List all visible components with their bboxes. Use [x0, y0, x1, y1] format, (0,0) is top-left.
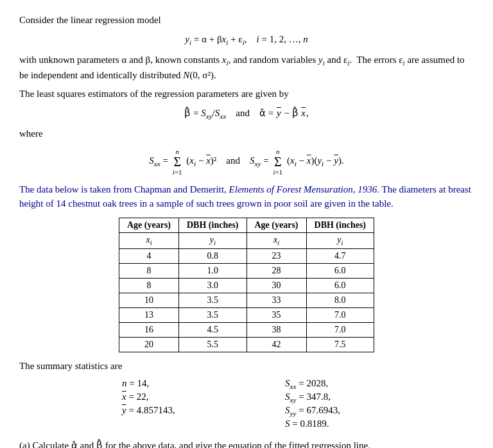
summary-ybar: y = 4.857143, [83, 405, 246, 417]
sub-header-xi1: xi [119, 232, 178, 248]
sub-header-yi2: yi [306, 232, 374, 248]
part-a-label: (a) [19, 440, 30, 448]
col-header-dbh1: DBH (inches) [179, 218, 247, 232]
sxx-sxy-formulas: Sxx = n Σ i=1 (xi − x)² and Sxy = n Σ i=… [19, 148, 474, 176]
where-label: where [19, 126, 474, 141]
table-row: 81.0286.0 [119, 263, 374, 278]
table-row: 133.5357.0 [119, 307, 374, 322]
table-row: 164.5387.0 [119, 322, 374, 337]
model-equation: yi = α + βxi + εi, i = 1, 2, …, n [19, 34, 474, 46]
summary-n: n = 14, [83, 378, 246, 390]
summary-empty [83, 418, 246, 429]
summary-intro: The summary statistics are [19, 359, 474, 374]
page-content: Consider the linear regression model yi … [19, 13, 474, 448]
sub-header-yi1: yi [179, 232, 247, 248]
summary-sxx: Sxx = 2028, [246, 378, 410, 390]
summary-sxy: Sxy = 347.8, [246, 392, 410, 404]
table-row: 205.5427.5 [119, 337, 374, 352]
summary-grid: n = 14, Sxx = 2028, x = 22, Sxy = 347.8,… [58, 378, 435, 429]
estimator-equations: β̂ = Sxy/Sxx and α̂ = y − β̂ x, [19, 107, 474, 120]
sub-header-xi2: xi [246, 232, 306, 248]
col-header-age1: Age (years) [119, 218, 178, 232]
least-squares-intro: The least squares estimators of the regr… [19, 87, 474, 101]
part-a-text: Calculate α̂ and β̂ for the above data, … [32, 440, 370, 448]
table-row: 103.5338.0 [119, 293, 374, 307]
data-table: Age (years) DBH (inches) Age (years) DBH… [119, 218, 374, 352]
data-table-container: Age (years) DBH (inches) Age (years) DBH… [19, 218, 474, 352]
summary-xbar: x = 22, [83, 392, 246, 404]
table-row: 83.0306.0 [119, 278, 374, 293]
table-row: 40.8234.7 [119, 248, 374, 263]
col-header-age2: Age (years) [246, 218, 306, 232]
col-header-dbh2: DBH (inches) [306, 218, 374, 232]
intro-line2: with unknown parameters α and β, known c… [19, 53, 474, 83]
intro-line1: Consider the linear regression model [19, 13, 474, 28]
summary-s: S = 0.8189. [246, 418, 410, 429]
summary-syy: Syy = 67.6943, [246, 405, 410, 417]
data-intro-text: The data below is taken from Chapman and… [19, 182, 474, 211]
part-a: (a) Calculate α̂ and β̂ for the above da… [19, 438, 474, 448]
